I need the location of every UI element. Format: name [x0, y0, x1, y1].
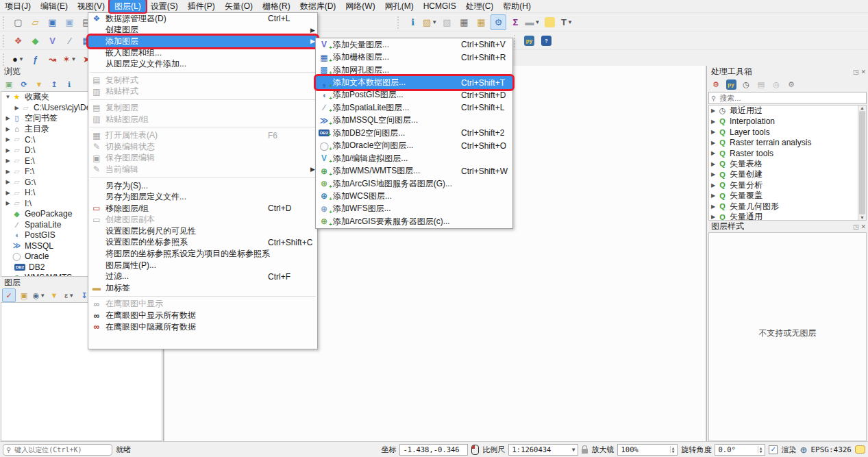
tree-expander-icon[interactable]: ▶ — [709, 119, 717, 125]
proc-vector-analysis[interactable]: ▶Q矢量分析 — [709, 180, 858, 191]
chevron-down-icon[interactable]: ▼ — [432, 19, 437, 25]
browser-refresh-button[interactable]: ⟳ — [17, 77, 31, 91]
new-shapefile-button[interactable]: V — [45, 33, 60, 49]
processing-python-button[interactable]: py — [724, 77, 738, 91]
labeling[interactable]: ▬加标签 — [88, 282, 317, 294]
browser-add-layer-button[interactable]: ▣ — [2, 77, 16, 91]
select-features-button[interactable]: ▧▼ — [422, 14, 438, 30]
add-wfs-layer[interactable]: ⊕+添加WFS图层... — [316, 203, 512, 215]
tree-expander-icon[interactable]: ▶ — [4, 136, 12, 143]
add-arcgis-mapserver-layer[interactable]: ⊕+添加ArcGIS地图服务器图层(G)... — [316, 177, 512, 190]
tree-expander-icon[interactable]: ▶ — [709, 203, 717, 210]
embed-layers-and-groups[interactable]: 嵌入图层和组... — [88, 47, 317, 59]
toolbar-handle[interactable] — [3, 35, 8, 47]
field-calculator-button[interactable]: ▦ — [473, 14, 489, 30]
messages-icon[interactable] — [855, 445, 865, 454]
tree-expander-icon[interactable]: ▶ — [4, 200, 12, 206]
hide-all-from-overview[interactable]: ∞在鹰眼图中隐藏所有数据 — [88, 321, 317, 333]
scroll-up-icon[interactable]: ▲ — [860, 106, 865, 110]
tree-expander-icon[interactable]: ▶ — [709, 129, 717, 135]
processing-options-button[interactable]: ⚙ — [784, 77, 798, 91]
magnifier-field[interactable]: 100% ▲▼ — [617, 444, 678, 456]
rotation-field[interactable]: 0.0° ▲▼ — [715, 444, 765, 456]
proc-vector-overlay[interactable]: ▶Q矢量覆盖 — [709, 190, 858, 201]
proc-recently-used[interactable]: ▶◷最近用过 — [709, 106, 858, 116]
chevron-down-icon[interactable]: ▼ — [40, 293, 45, 299]
scroll-down-icon[interactable]: ▼ — [860, 215, 865, 220]
save-project-button[interactable]: ▣ — [45, 14, 60, 30]
tree-expander-icon[interactable]: ▶ — [13, 105, 21, 111]
processing-close-button[interactable]: ✕ — [860, 66, 866, 78]
deselect-features-button[interactable]: ▧ — [439, 14, 455, 30]
create-layer[interactable]: 创建图层▶ — [88, 25, 317, 36]
identify-features-button[interactable]: ℹ — [405, 14, 421, 30]
processing-models-button[interactable]: ⚙ — [709, 77, 723, 91]
remove-layer-group[interactable]: ▭移除图层/组Ctrl+D — [88, 203, 317, 214]
tree-expander-icon[interactable]: ▶ — [709, 150, 717, 156]
add-delimited-text-layer[interactable]: ❟+添加文本数据图层...Ctrl+Shift+T — [316, 76, 512, 88]
processing-history-button[interactable]: ◷ — [739, 77, 753, 91]
measure-button[interactable]: ▬▼ — [525, 14, 541, 30]
processing-search-input[interactable] — [718, 93, 864, 103]
set-scale-visibility[interactable]: 设置图层比例尺的可见性 — [88, 225, 317, 237]
add-from-layer-definition-file[interactable]: 从图层定义文件添加... — [88, 58, 317, 70]
add-mesh-layer[interactable]: ▩+添加网孔图层... — [316, 64, 512, 76]
menu-database[interactable]: 数据库(D) — [295, 0, 341, 12]
proc-layer-tools[interactable]: ▶QLayer tools — [709, 127, 858, 138]
browser-filter-button[interactable]: ▼ — [32, 77, 46, 91]
proc-vector-geometry[interactable]: ▶Q矢量几何图形 — [709, 201, 858, 212]
toolbar-handle[interactable] — [397, 16, 402, 29]
scale-combo[interactable]: 1:1260434 ▼ — [508, 444, 578, 456]
tree-expander-icon[interactable]: ▶ — [4, 169, 12, 175]
toolbar-handle[interactable] — [3, 16, 8, 29]
tree-expander-icon[interactable]: ▶ — [4, 179, 12, 185]
chevron-down-icon[interactable]: ▼ — [18, 56, 24, 62]
statistics-summary-button[interactable]: Σ — [508, 14, 523, 30]
proc-vector-general[interactable]: ▶Q矢量通用 — [709, 212, 858, 221]
processing-scrollbar[interactable]: ▲ ▼ — [858, 106, 866, 220]
spinner-icon[interactable]: ▲▼ — [758, 446, 762, 453]
open-attribute-table-button[interactable]: ▦ — [456, 14, 472, 30]
lock-icon[interactable] — [582, 449, 588, 454]
add-wcs-layer[interactable]: ⊕+添加WCS图层... — [316, 190, 512, 202]
map-tips-button[interactable] — [542, 14, 558, 30]
crs-status[interactable]: EPSG:4326 — [810, 445, 852, 454]
menu-plugins[interactable]: 插件(P) — [183, 0, 220, 12]
save-as[interactable]: 另存为(S)... — [88, 180, 317, 192]
text-annotation-button[interactable]: T▼ — [559, 14, 575, 30]
annotation-ellipse-button[interactable]: ●▼ — [10, 51, 26, 67]
new-geopackage-button[interactable]: ◆ — [27, 33, 43, 49]
layer-properties[interactable]: 图层属性(P)... — [88, 260, 317, 271]
add-wms-wmts-layer[interactable]: ⊕+添加WMS/WMTS图层...Ctrl+Shift+W — [316, 164, 512, 177]
filter-legend-button[interactable]: ▼ — [47, 288, 61, 302]
menu-edit[interactable]: 编辑(E) — [36, 0, 73, 12]
tree-expander-icon[interactable]: ▶ — [709, 161, 717, 167]
set-project-crs-from-layer[interactable]: 将图层的坐标参照系设定为项目的坐标参照系 — [88, 248, 317, 260]
add-edit-virtual-layer[interactable]: V+添加/编辑虚拟图层... — [316, 152, 512, 164]
tree-expander-icon[interactable]: ▶ — [4, 158, 12, 164]
add-spatialite-layer[interactable]: ∕+添加SpatiaLite图层...Ctrl+Shift+L — [316, 101, 512, 114]
add-oracle-layer[interactable]: ◯+添加Oracle空间图层...Ctrl+Shift+O — [316, 140, 512, 152]
data-source-manager[interactable]: ❖数据源管理器(D)Ctrl+L — [88, 13, 317, 25]
crs-globe-icon[interactable]: ⊕ — [799, 445, 807, 455]
show-all-in-overview[interactable]: ∞在鹰眼图中显示所有数据 — [88, 310, 317, 321]
new-project-button[interactable]: ▢ — [10, 14, 26, 30]
python-console-button[interactable]: py — [521, 33, 537, 49]
coordinate-field[interactable]: -1.438,-0.346 — [399, 444, 468, 456]
browser-properties-button[interactable]: ℹ — [62, 77, 76, 91]
tree-expander-icon[interactable]: ▶ — [4, 126, 12, 132]
add-raster-layer[interactable]: ▦+添加栅格图层...Ctrl+Shift+R — [316, 51, 512, 63]
map-themes-button[interactable]: ◉▼ — [32, 288, 46, 302]
tree-expander-icon[interactable]: ▶ — [709, 171, 717, 177]
add-arcgis-featureserver-layer[interactable]: ⊕+添加ArcGIS要素服务器图层(c)... — [316, 215, 512, 227]
menu-vector[interactable]: 矢量(O) — [220, 0, 258, 12]
save-project-as-button[interactable]: ▣ — [62, 14, 77, 30]
chevron-down-icon[interactable]: ▼ — [535, 19, 541, 25]
form-annotation-button[interactable]: ƒ — [27, 51, 43, 67]
move-annotation-button[interactable]: ↝ — [45, 51, 60, 67]
filter[interactable]: 过滤...Ctrl+F — [88, 271, 317, 282]
tree-expander-icon[interactable]: ▶ — [4, 190, 12, 196]
tree-expander-icon[interactable]: ▶ — [709, 108, 717, 114]
spinner-icon[interactable]: ▲▼ — [670, 446, 675, 453]
tree-expander-icon[interactable]: ▶ — [709, 182, 717, 188]
